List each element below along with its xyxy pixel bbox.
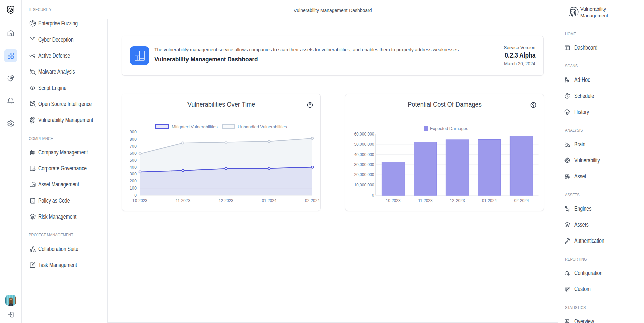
svg-text:20,000,000: 20,000,000 <box>354 172 374 177</box>
svg-text:200: 200 <box>130 179 137 183</box>
svg-text:12-2023: 12-2023 <box>219 198 233 203</box>
svg-text:11-2023: 11-2023 <box>418 198 433 203</box>
svg-text:600: 600 <box>130 151 137 156</box>
svg-text:10-2023: 10-2023 <box>386 198 401 203</box>
svg-text:11-2023: 11-2023 <box>176 198 190 203</box>
svg-text:10,000,000: 10,000,000 <box>354 183 374 187</box>
svg-text:30,000,000: 30,000,000 <box>354 162 374 167</box>
svg-text:700: 700 <box>130 144 137 149</box>
svg-text:02-2024: 02-2024 <box>514 198 529 203</box>
svg-text:50,000,000: 50,000,000 <box>354 142 374 147</box>
svg-text:01-2024: 01-2024 <box>482 198 497 203</box>
svg-text:02-2024: 02-2024 <box>305 198 320 203</box>
svg-text:100: 100 <box>130 186 137 191</box>
svg-text:60,000,000: 60,000,000 <box>354 132 374 137</box>
svg-text:400: 400 <box>130 165 137 170</box>
svg-text:900: 900 <box>130 130 137 134</box>
svg-text:10-2023: 10-2023 <box>132 198 147 203</box>
svg-text:800: 800 <box>130 137 137 142</box>
svg-text:300: 300 <box>130 172 137 176</box>
svg-text:12-2023: 12-2023 <box>450 198 465 203</box>
svg-text:40,000,000: 40,000,000 <box>354 152 374 157</box>
svg-text:0: 0 <box>134 193 137 198</box>
svg-text:500: 500 <box>130 158 137 163</box>
svg-text:01-2024: 01-2024 <box>262 198 276 203</box>
svg-text:0: 0 <box>372 193 374 198</box>
